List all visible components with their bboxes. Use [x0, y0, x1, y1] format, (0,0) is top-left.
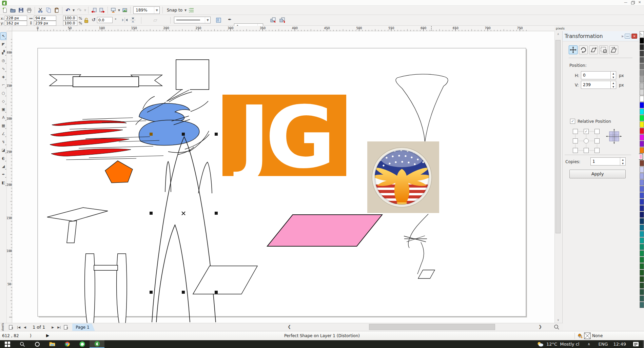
- table-tool[interactable]: ▦: [0, 122, 6, 130]
- outline-pen-tool[interactable]: ✒: [0, 171, 6, 178]
- connector-tool[interactable]: ↯: [0, 138, 6, 146]
- first-page-button[interactable]: |◀: [17, 326, 20, 329]
- color-swatch[interactable]: [640, 51, 644, 57]
- vertical-scrollbar[interactable]: ∧ ∨: [554, 31, 561, 323]
- color-swatch[interactable]: [640, 186, 644, 192]
- ellipse-tool[interactable]: ○: [0, 89, 6, 97]
- undo-button[interactable]: ↶: [64, 6, 72, 15]
- chevron-down-icon[interactable]: ▼: [205, 17, 210, 23]
- horizontal-scroll-thumb[interactable]: [369, 324, 495, 330]
- color-swatch[interactable]: [640, 244, 644, 250]
- basic-shapes-tool[interactable]: ▣: [0, 105, 6, 113]
- scroll-left-arrow[interactable]: ❮: [288, 324, 291, 329]
- anchor-checkbox-top-center[interactable]: ✓: [584, 129, 589, 134]
- copies-value[interactable]: [591, 158, 620, 165]
- anchor-checkbox-middle-right[interactable]: [594, 138, 600, 143]
- color-swatch[interactable]: [640, 38, 644, 44]
- pick-tool[interactable]: ↖: [0, 32, 6, 40]
- color-swatch[interactable]: [640, 295, 644, 302]
- color-swatch[interactable]: [640, 128, 644, 134]
- selection-handle[interactable]: [150, 212, 153, 215]
- selection-handle[interactable]: [182, 291, 185, 294]
- start-button[interactable]: [0, 340, 15, 348]
- language-indicator[interactable]: ENG: [599, 342, 608, 347]
- x-position-field[interactable]: [5, 16, 27, 21]
- whatsapp-icon[interactable]: [75, 340, 90, 348]
- scale-x-field[interactable]: [63, 16, 77, 21]
- add-page-icon[interactable]: [64, 325, 68, 330]
- v-position-spinner[interactable]: ▲▼: [581, 81, 616, 89]
- anchor-checkbox-top-right[interactable]: [594, 129, 600, 134]
- parallel-dimension-tool[interactable]: ∠: [0, 130, 6, 138]
- ribbon-banner-center[interactable]: [73, 77, 139, 87]
- docker-close-button[interactable]: ✕: [631, 34, 637, 39]
- dimension-tool[interactable]: ⌐: [0, 81, 6, 89]
- tray-overflow-caret[interactable]: ∧: [587, 342, 590, 346]
- import-button[interactable]: [90, 6, 98, 15]
- color-swatch[interactable]: [640, 225, 644, 231]
- file-explorer-icon[interactable]: [45, 340, 60, 348]
- chair-shape-left[interactable]: [85, 254, 95, 323]
- zoom-tool[interactable]: ◎: [0, 57, 6, 64]
- selection-handle[interactable]: [215, 212, 218, 215]
- color-swatch[interactable]: [640, 179, 644, 186]
- color-swatch[interactable]: [640, 250, 644, 256]
- color-swatch[interactable]: [640, 134, 644, 140]
- last-page-button[interactable]: ▶|: [57, 326, 61, 329]
- export-button[interactable]: [98, 6, 106, 15]
- snap-options-icon[interactable]: [187, 6, 195, 15]
- spinner-arrows[interactable]: ▲▼: [610, 81, 616, 89]
- color-swatch[interactable]: [639, 154, 643, 160]
- shape-tool[interactable]: ◤: [0, 40, 6, 48]
- copy-button[interactable]: [44, 6, 53, 15]
- color-swatch[interactable]: [640, 263, 644, 269]
- color-swatch[interactable]: [640, 192, 644, 198]
- selection-handle-distortion[interactable]: [150, 133, 153, 136]
- transform-size-button[interactable]: [599, 45, 608, 54]
- mirror-vertical-button[interactable]: [130, 17, 136, 23]
- docker-expand-icon[interactable]: »: [621, 34, 624, 39]
- copies-spinner[interactable]: ▲▼: [590, 157, 626, 166]
- v-position-value[interactable]: [581, 81, 610, 89]
- launcher-dropdown[interactable]: ▼: [117, 9, 121, 12]
- color-swatch[interactable]: [640, 57, 644, 63]
- new-document-button[interactable]: [1, 6, 9, 15]
- to-front-of-layer-button[interactable]: [270, 17, 277, 24]
- color-swatch[interactable]: [640, 115, 644, 121]
- zoom-scroll-icon[interactable]: [553, 324, 560, 330]
- undo-dropdown[interactable]: ▼: [72, 9, 75, 12]
- color-swatch[interactable]: [640, 96, 644, 102]
- transform-skew-button[interactable]: [609, 45, 618, 54]
- horizontal-scrollbar[interactable]: ❮ ❯: [288, 323, 545, 331]
- width-field[interactable]: [34, 16, 56, 21]
- transparency-tool[interactable]: ◐: [0, 154, 6, 162]
- anchor-checkbox-top-left[interactable]: [573, 129, 578, 134]
- restore-button[interactable]: [631, 1, 635, 4]
- weather-icon[interactable]: [537, 342, 544, 347]
- coreldraw-taskbar-icon[interactable]: [90, 340, 104, 348]
- color-swatch[interactable]: [640, 83, 644, 89]
- wireframe-icon[interactable]: [216, 17, 222, 23]
- color-swatch[interactable]: [640, 70, 644, 76]
- canvas[interactable]: JG: [12, 31, 554, 323]
- add-page-icon[interactable]: [9, 325, 13, 330]
- color-swatch[interactable]: [640, 167, 644, 173]
- snap-to-dropdown[interactable]: ▼: [184, 9, 187, 12]
- redo-dropdown[interactable]: ▼: [83, 9, 87, 12]
- color-swatch[interactable]: [640, 121, 644, 128]
- save-button[interactable]: [17, 6, 25, 15]
- drop-shadow-tool[interactable]: ◪: [0, 146, 6, 154]
- canvas-viewport[interactable]: JG: [12, 31, 554, 323]
- color-swatch[interactable]: [640, 199, 644, 205]
- color-swatch[interactable]: [640, 289, 644, 295]
- jg-logo-text[interactable]: JG: [233, 88, 331, 187]
- docker-minimize-button[interactable]: —: [625, 34, 630, 39]
- height-field[interactable]: [34, 21, 56, 26]
- color-swatch[interactable]: [640, 76, 644, 82]
- anchor-checkbox-bottom-left[interactable]: [573, 148, 578, 153]
- chair-shape-right[interactable]: [117, 254, 127, 323]
- lock-ratio-icon[interactable]: [84, 18, 89, 23]
- selection-handle[interactable]: [215, 291, 218, 294]
- text-tool[interactable]: A: [0, 114, 6, 121]
- cortana-icon[interactable]: [30, 340, 45, 348]
